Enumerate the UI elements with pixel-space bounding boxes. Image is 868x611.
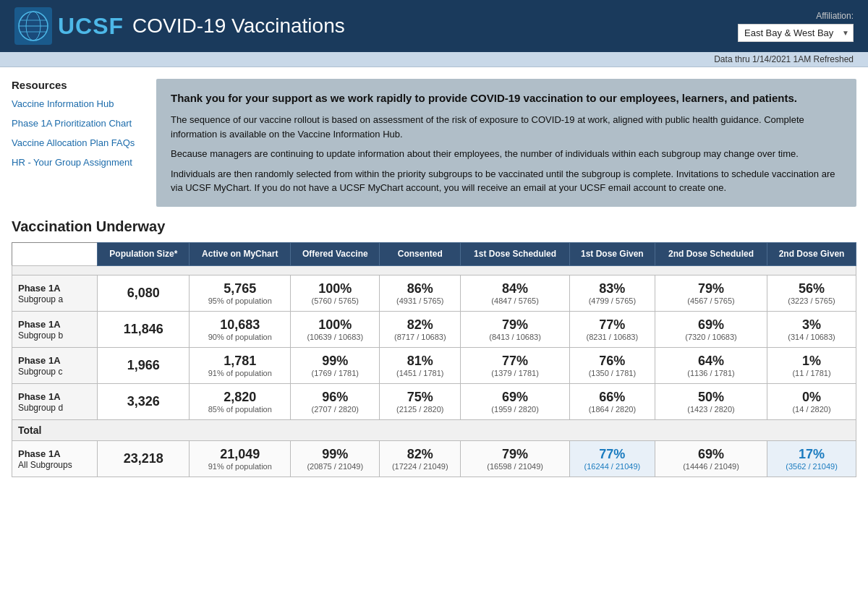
info-box-para-2: Because managers are continuing to updat… [171,147,842,161]
cell-consented-2: 81% (1451 / 1781) [380,348,461,384]
cell-mychart-1: 10,683 90% of population [190,312,291,348]
info-box-para-1: The sequence of our vaccine rollout is b… [171,113,842,141]
cell-population-3: 3,326 [98,384,190,420]
section-divider-total: Total [12,420,856,441]
table-row: Phase 1ASubgroup b 11,846 10,683 90% of … [12,312,856,348]
affiliation-select-wrapper[interactable]: East Bay & West Bay [738,24,854,42]
cell-offered-1: 100% (10639 / 10683) [291,312,380,348]
cell-offered-2: 99% (1769 / 1781) [291,348,380,384]
globe-icon [14,7,52,45]
sidebar-title: Resources [12,79,145,91]
sidebar-link-vaccine-hub[interactable]: Vaccine Information Hub [12,98,145,111]
cell-consented-1: 82% (8717 / 10683) [380,312,461,348]
info-box-para-3: Individuals are then randomly selected f… [171,167,842,195]
row-label-3: Phase 1ASubgroup d [12,384,98,420]
cell-dose2-given-0: 56% (3223 / 5765) [767,275,856,312]
vaccination-section-title: Vaccination Underway [12,218,856,235]
col-header-dose2-sched: 2nd Dose Scheduled [655,242,767,266]
total-dose1-sched: 79% (16598 / 21049) [461,441,569,477]
col-header-population: Population Size* [98,242,190,266]
cell-dose1-given-3: 66% (1864 / 2820) [569,384,655,420]
total-consented: 82% (17224 / 21049) [380,441,461,477]
cell-dose1-given-1: 77% (8231 / 10683) [569,312,655,348]
cell-offered-0: 100% (5760 / 5765) [291,275,380,312]
info-box-title: Thank you for your support as we work ra… [171,90,842,106]
cell-mychart-2: 1,781 91% of population [190,348,291,384]
total-dose2-sched: 69% (14446 / 21049) [655,441,767,477]
page-title: COVID-19 Vaccinations [132,14,345,38]
row-label-0: Phase 1ASubgroup a [12,275,98,312]
cell-population-2: 1,966 [98,348,190,384]
cell-dose1-sched-0: 84% (4847 / 5765) [461,275,569,312]
col-header-offered: Offered Vaccine [291,242,380,266]
total-dose2-given: 17% (3562 / 21049) [767,441,856,477]
affiliation-block: Affiliation: East Bay & West Bay [738,11,854,42]
total-population: 23,218 [98,441,190,477]
cell-dose1-sched-1: 79% (8413 / 10683) [461,312,569,348]
cell-dose2-sched-1: 69% (7320 / 10683) [655,312,767,348]
col-header-dose1-given: 1st Dose Given [569,242,655,266]
cell-dose1-given-0: 83% (4799 / 5765) [569,275,655,312]
sidebar-link-allocation-faqs[interactable]: Vaccine Allocation Plan FAQs [12,137,145,150]
cell-dose2-given-1: 3% (314 / 10683) [767,312,856,348]
sidebar-link-hr-group[interactable]: HR - Your Group Assignment [12,157,145,169]
col-header-consented: Consented [380,242,461,266]
ucsf-logo: UCSF [14,7,124,45]
cell-population-0: 6,080 [98,275,190,312]
table-row: Phase 1ASubgroup c 1,966 1,781 91% of po… [12,348,856,384]
cell-consented-3: 75% (2125 / 2820) [380,384,461,420]
total-row: Phase 1AAll Subgroups 23,218 21,049 91% … [12,441,856,477]
affiliation-label: Affiliation: [738,11,854,21]
total-dose1-given: 77% (16244 / 21049) [569,441,655,477]
cell-dose1-given-2: 76% (1350 / 1781) [569,348,655,384]
row-label-1: Phase 1ASubgroup b [12,312,98,348]
vaccination-table: Population Size* Active on MyChart Offer… [12,242,856,478]
cell-offered-3: 96% (2707 / 2820) [291,384,380,420]
vaccination-section: Vaccination Underway Population Size* Ac… [0,207,868,490]
cell-dose2-given-3: 0% (14 / 2820) [767,384,856,420]
main-content: Resources Vaccine Information Hub Phase … [0,67,868,207]
col-header-mychart: Active on MyChart [190,242,291,266]
sidebar-link-prioritization[interactable]: Phase 1A Prioritization Chart [12,118,145,130]
cell-dose2-sched-0: 79% (4567 / 5765) [655,275,767,312]
cell-population-1: 11,846 [98,312,190,348]
cell-mychart-3: 2,820 85% of population [190,384,291,420]
row-label-2: Phase 1ASubgroup c [12,348,98,384]
total-row-label: Phase 1AAll Subgroups [12,441,98,477]
refresh-bar: Data thru 1/14/2021 1AM Refreshed [0,52,868,67]
refresh-text: Data thru 1/14/2021 1AM Refreshed [714,54,854,64]
cell-dose2-given-2: 1% (11 / 1781) [767,348,856,384]
total-mychart: 21,049 91% of population [190,441,291,477]
ucsf-brand-text: UCSF [58,13,124,40]
col-header-dose1-sched: 1st Dose Scheduled [461,242,569,266]
cell-mychart-0: 5,765 95% of population [190,275,291,312]
table-row: Phase 1ASubgroup d 3,326 2,820 85% of po… [12,384,856,420]
affiliation-select[interactable]: East Bay & West Bay [738,24,854,42]
cell-dose2-sched-2: 64% (1136 / 1781) [655,348,767,384]
table-row: Phase 1ASubgroup a 6,080 5,765 95% of po… [12,275,856,312]
cell-dose1-sched-2: 77% (1379 / 1781) [461,348,569,384]
header-left: UCSF COVID-19 Vaccinations [14,7,345,45]
col-header-dose2-given: 2nd Dose Given [767,242,856,266]
empty-header [12,242,98,266]
cell-consented-0: 86% (4931 / 5765) [380,275,461,312]
total-offered: 99% (20875 / 21049) [291,441,380,477]
cell-dose2-sched-3: 50% (1423 / 2820) [655,384,767,420]
page-header: UCSF COVID-19 Vaccinations Affiliation: … [0,0,868,52]
cell-dose1-sched-3: 69% (1959 / 2820) [461,384,569,420]
section-divider-underway [12,266,856,275]
sidebar: Resources Vaccine Information Hub Phase … [12,79,156,207]
info-box: Thank you for your support as we work ra… [156,79,856,207]
